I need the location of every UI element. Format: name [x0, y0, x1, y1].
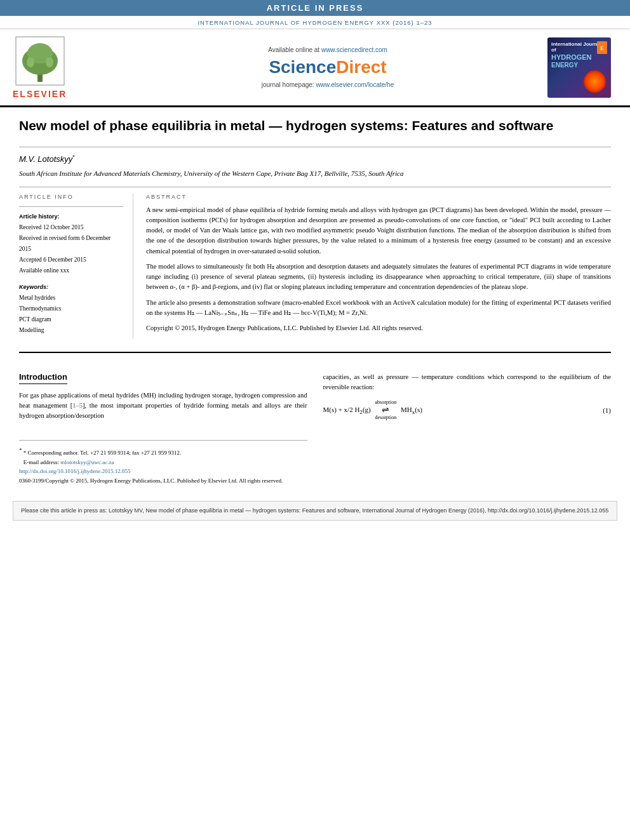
abstract-column: ABSTRACT A new semi-empirical model of p… [146, 194, 611, 339]
journal-cover-area: International Journal of HYDROGEN ENERGY… [541, 36, 617, 99]
direct-part: Direct [336, 57, 386, 77]
equation-1-area: M(s) + x/2 H2(g) absorption ⇌ desorption… [323, 399, 612, 422]
paper-title: New model of phase equilibria in metal —… [19, 117, 611, 134]
abstract-copyright: Copyright © 2015, Hydrogen Energy Public… [146, 323, 611, 333]
intro-body-text-right: capacities, as well as pressure — temper… [323, 372, 612, 422]
doi-line: http://dx.doi.org/10.1016/j.ijhydene.201… [19, 467, 307, 476]
elsevier-text-label: ELSEVIER [13, 89, 67, 99]
introduction-section: Introduction For gas phase applications … [19, 366, 611, 485]
author-name: M.V. Lototskyy [19, 155, 72, 164]
article-in-press-banner: ARTICLE IN PRESS [0, 0, 630, 16]
svg-point-4 [46, 57, 53, 67]
article-info-column: ARTICLE INFO Article history: Received 1… [19, 194, 133, 339]
intro-right-col: capacities, as well as pressure — temper… [323, 372, 612, 485]
keywords-section: Keywords: Metal hydrides Thermodynamics … [19, 284, 123, 336]
keyword-thermodynamics: Thermodynamics [19, 303, 123, 314]
doi-link[interactable]: http://dx.doi.org/10.1016/j.ijhydene.201… [19, 468, 131, 474]
svg-point-3 [27, 57, 34, 67]
abstract-label: ABSTRACT [146, 194, 611, 200]
main-content-area: New model of phase equilibria in metal —… [0, 107, 630, 495]
keyword-modelling: Modelling [19, 325, 123, 336]
abstract-paragraph-3: The article also presents a demonstratio… [146, 298, 611, 319]
abstract-paragraph-1: A new semi-empirical model of phase equi… [146, 205, 611, 257]
issn-line: 0360-3199/Copyright © 2015, Hydrogen Ene… [19, 476, 307, 485]
elsevier-logo-area: ELSEVIER [13, 36, 114, 99]
divider-2 [19, 187, 611, 187]
intro-paragraph-1: For gas phase applications of metal hydr… [19, 390, 307, 422]
abstract-paragraph-2: The model allows to simultaneously fit b… [146, 262, 611, 293]
authors-line: M.V. Lototskyy* [19, 154, 611, 164]
equation-1-content: M(s) + x/2 H2(g) absorption ⇌ desorption… [323, 399, 422, 422]
journal-homepage-line: journal homepage: www.elsevier.com/locat… [262, 81, 394, 88]
svg-text:E: E [600, 46, 603, 51]
journal-title-bar: INTERNATIONAL JOURNAL OF HYDROGEN ENERGY… [0, 16, 630, 29]
introduction-body: Introduction For gas phase applications … [19, 372, 611, 485]
cite-1-5-link[interactable]: 1–5 [72, 402, 83, 409]
email-link[interactable]: mlototskyy@uwc.ac.za [60, 459, 114, 465]
affiliation-text: South African Institute for Advanced Mat… [19, 170, 611, 177]
divider-thick [19, 352, 611, 353]
keyword-metal-hydrides: Metal hydrides [19, 293, 123, 303]
cover-decorative-circle [584, 70, 606, 93]
introduction-heading: Introduction [19, 372, 67, 384]
article-info-abstract-section: ARTICLE INFO Article history: Received 1… [19, 194, 611, 339]
accepted-date: Accepted 6 December 2015 [19, 255, 123, 265]
citation-box: Please cite this article in press as: Lo… [13, 501, 617, 521]
divider-1 [19, 147, 611, 147]
journal-cover-image: International Journal of HYDROGEN ENERGY… [547, 37, 611, 98]
corresponding-sup: * [72, 154, 75, 160]
equation-text: M(s) + x/2 H2(g) absorption ⇌ desorption… [323, 406, 422, 413]
article-dates: Received 12 October 2015 Received in rev… [19, 222, 123, 276]
received-date: Received 12 October 2015 [19, 222, 123, 233]
keyword-pct-diagram: PCT diagram [19, 314, 123, 325]
sciencedirect-url-link[interactable]: www.sciencedirect.com [321, 46, 387, 53]
article-history-heading: Article history: [19, 213, 123, 220]
elsevier-logo: ELSEVIER [13, 36, 67, 99]
page-header: ELSEVIER Available online at www.science… [0, 29, 630, 107]
article-info-label: ARTICLE INFO [19, 194, 123, 200]
corresponding-author-note: * * Corresponding author. Tel. +27 21 95… [19, 446, 307, 457]
journal-title-text: INTERNATIONAL JOURNAL OF HYDROGEN ENERGY… [198, 19, 432, 26]
email-line: E-mail address: mlototskyy@uwc.ac.za [19, 458, 307, 467]
intro-left-col: Introduction For gas phase applications … [19, 372, 307, 485]
keywords-label: Keywords: [19, 284, 123, 290]
abstract-text: A new semi-empirical model of phase equi… [146, 205, 611, 334]
sciencedirect-logo: ScienceDirect [269, 57, 386, 77]
journal-homepage-link[interactable]: www.elsevier.com/locate/he [316, 81, 394, 88]
available-online-text: Available online at www.sciencedirect.co… [268, 46, 387, 53]
footnote-section: * * Corresponding author. Tel. +27 21 95… [19, 440, 307, 485]
sciencedirect-info: Available online at www.sciencedirect.co… [121, 36, 535, 99]
science-part: Science [269, 57, 336, 77]
received-revised-date: Received in revised form 6 December 2015 [19, 233, 123, 255]
divider-article-info [19, 206, 123, 207]
footnote-star: * [19, 447, 22, 453]
desorption-label: desorption [375, 414, 397, 422]
cover-elsevier-icon: E [597, 41, 607, 54]
elsevier-tree-icon [15, 36, 65, 86]
intro-body-text-left: For gas phase applications of metal hydr… [19, 390, 307, 422]
equation-1-number: (1) [603, 405, 611, 416]
intro-right-paragraph-1: capacities, as well as pressure — temper… [323, 372, 612, 393]
citation-text: Please cite this article in press as: Lo… [21, 507, 608, 514]
available-online-date: Available online xxx [19, 265, 123, 276]
